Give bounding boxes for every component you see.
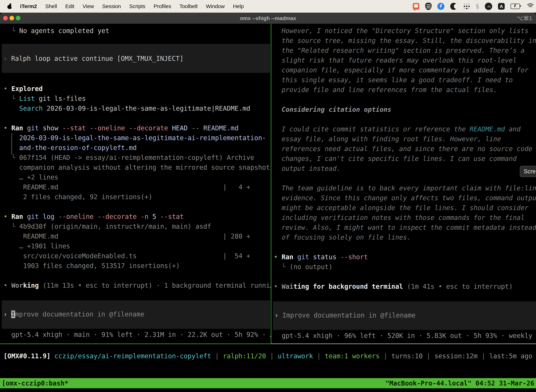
text-segment: • — [4, 282, 11, 289]
stat-summary-line: 1903 files changed, 513517 insertions(+) — [4, 261, 271, 271]
blank-line — [274, 95, 536, 105]
text-segment: 5 — [153, 213, 160, 220]
text-segment — [23, 213, 27, 220]
prompt-input[interactable]: › Improve documentation in @filename — [2, 300, 270, 329]
reasoning-heading: Considering citation options — [274, 105, 536, 115]
wifi-icon[interactable] — [526, 3, 534, 9]
text-segment: cczip/essay/ai-reimplementation-copyleft — [54, 352, 211, 360]
text-segment: gpt-5.4 xhigh · 96% left · 520K in · 5.8… — [274, 332, 536, 340]
left-terminal-pane[interactable]: └ No agents completed yet› Ralph loop ac… — [0, 24, 271, 344]
apple-menu-icon[interactable] — [7, 4, 12, 9]
stat-summary-line: 2 files changed, 92 insertions(+) — [4, 192, 271, 202]
blank-line — [4, 290, 271, 300]
blank-line — [274, 242, 536, 252]
blank-line — [4, 271, 271, 281]
text-segment: | — [266, 352, 278, 360]
text-segment: The team guideline is to back every impo… — [274, 184, 536, 192]
text-segment: README.md | 4 + — [4, 183, 250, 191]
text-segment: … +2 lines — [4, 173, 58, 181]
text-segment: and-the-erosion-of-copyleft.md — [4, 144, 137, 152]
chat-icon[interactable] — [413, 3, 419, 10]
text-segment: • — [274, 253, 282, 261]
dots-grid-icon[interactable] — [463, 3, 470, 10]
ralph-loop-input[interactable]: › Ralph loop active continue [OMX_TMUX_I… — [2, 44, 270, 73]
blank-line — [4, 113, 271, 123]
bolt-blue-icon[interactable] — [437, 3, 444, 10]
ran-git-log-line: • Ran git log --oneline --decorate -n 5 … — [4, 212, 271, 222]
text-segment — [4, 105, 19, 112]
text-segment: (11m 13s • esc to interrupt) · 1 backgro… — [39, 282, 271, 289]
battery-icon[interactable] — [511, 4, 520, 9]
text-segment: king — [23, 282, 39, 289]
right-terminal-pane[interactable]: However, I noticed the "Directory Struct… — [271, 24, 536, 344]
text-segment: | — [380, 352, 392, 360]
commit-line: companion analysis without altering the … — [4, 163, 271, 173]
squiggle-icon[interactable]: § — [476, 3, 479, 10]
menu-item-profiles[interactable]: Profiles — [153, 3, 171, 9]
menu-item-help[interactable]: Help — [233, 3, 244, 9]
battery-percent-icon[interactable]: ..61 — [485, 3, 492, 10]
explored-list-line: └ List git ls-files — [4, 94, 271, 104]
menu-item-shell[interactable]: Shell — [45, 3, 57, 9]
text-segment: companion file, especially if more comme… — [274, 66, 528, 74]
session-stats-line: gpt-5.4 xhigh · main · 91% left · 2.31M … — [4, 330, 271, 340]
text-segment: No agents completed yet — [19, 27, 109, 35]
menu-bar-status-icons: §..61A — [413, 0, 534, 13]
window-shortcut-badge: ⌥⌘1 — [517, 13, 532, 24]
menu-item-iterm2[interactable]: iTerm2 — [20, 3, 37, 9]
text-segment: └ — [4, 223, 19, 230]
text-segment: › — [3, 55, 11, 62]
menu-item-window[interactable]: Window — [206, 3, 225, 9]
text-segment: Improve documentation in @filename — [282, 312, 416, 319]
pie-icon[interactable] — [450, 3, 457, 10]
text-segment: 2026-03-09-is-legal-the-same-as-legitima… — [4, 134, 266, 142]
text-segment: • — [4, 85, 11, 93]
command-arg-wrap: and-the-erosion-of-copyleft.md — [4, 143, 271, 153]
text-segment: (1m 41s • esc to interrupt) — [403, 283, 513, 290]
text-segment: • — [4, 124, 11, 132]
menu-item-edit[interactable]: Edit — [65, 3, 74, 9]
text-segment — [39, 213, 43, 220]
menu-item-view[interactable]: View — [83, 3, 94, 9]
menu-items: iTerm2ShellEditViewSessionScriptsProfile… — [20, 3, 244, 9]
prompt-input[interactable]: › Improve documentation in @filename — [273, 301, 536, 330]
input-source-a-icon[interactable]: A — [498, 3, 505, 10]
text-segment: ultrawork — [278, 352, 313, 360]
text-segment: --oneline — [58, 213, 98, 220]
text-segment: Ran — [11, 213, 23, 220]
text-segment: └ — [274, 263, 289, 271]
pane-divider[interactable] — [271, 24, 271, 344]
text-segment: session:12m — [434, 352, 478, 360]
text-segment: I — [11, 311, 15, 318]
text-segment: --oneline — [90, 124, 129, 132]
truncation-line: … +1901 lines — [4, 241, 271, 251]
text-segment — [23, 124, 27, 132]
text-segment: └ — [4, 95, 19, 103]
menu-item-toolbelt[interactable]: Toolbelt — [180, 3, 198, 9]
text-segment: and — [505, 125, 521, 133]
text-segment — [293, 253, 297, 261]
text-segment: git — [27, 213, 39, 220]
stat-line: src/voice/voiceModeEnabled.ts | 54 + — [4, 251, 271, 261]
session-stats-line: gpt-5.4 xhigh · 96% left · 520K in · 5.8… — [274, 331, 536, 341]
commit-line: └ 067f154 (HEAD -> essay/ai-reimplementa… — [4, 153, 271, 163]
text-segment: └ — [4, 154, 19, 161]
omx-status-line: [OMX#0.11.9] cczip/essay/ai-reimplementa… — [0, 351, 536, 361]
text-segment — [54, 213, 58, 220]
reasoning-text: this single essay, it seems like a good … — [274, 75, 536, 85]
text-segment: git — [27, 124, 39, 132]
text-segment: › — [274, 312, 282, 319]
screen-share-chip[interactable]: Scre — [520, 166, 536, 177]
text-segment: README.md — [203, 124, 239, 132]
text-segment: 2 files changed, 92 insertions(+) — [4, 193, 152, 201]
explored-search-line: Search 2026-03-09-is-legal-the-same-as-l… — [4, 104, 271, 113]
text-segment: team:1 workers — [325, 352, 380, 360]
menu-item-scripts[interactable]: Scripts — [129, 3, 145, 9]
shield-grid-icon[interactable] — [425, 3, 431, 10]
text-segment: I could cite commit statistics or refere… — [274, 125, 470, 133]
text-segment: --decorate — [98, 213, 141, 220]
menu-item-session[interactable]: Session — [102, 3, 121, 9]
text-segment: Search — [19, 105, 43, 112]
blank-line — [274, 272, 536, 282]
text-segment: Considering citation options — [274, 106, 391, 113]
